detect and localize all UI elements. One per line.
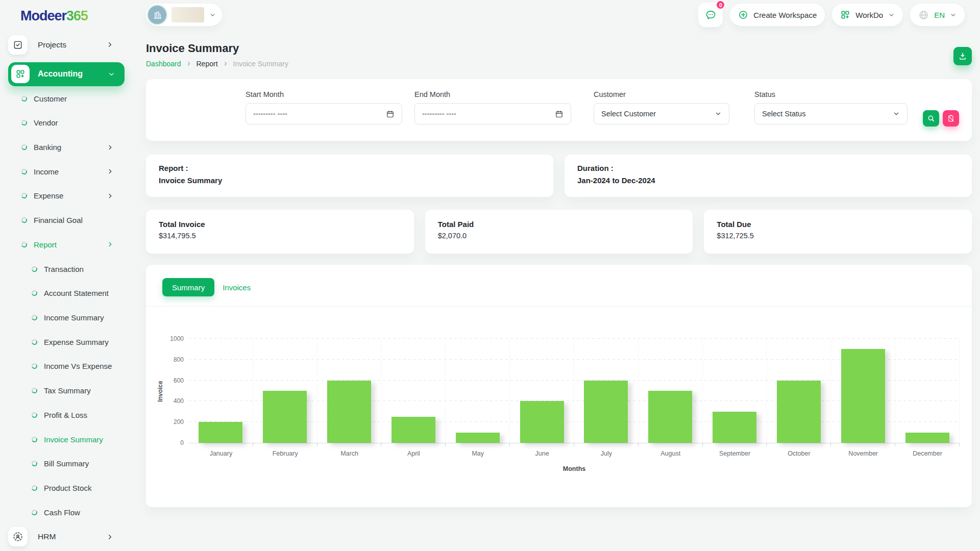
breadcrumb-dashboard[interactable]: Dashboard — [146, 60, 181, 68]
sidebar: Modeer365 Projects Accounting Customer V… — [0, 0, 133, 551]
sidebar-item-income-summary[interactable]: Income Summary — [0, 306, 133, 330]
total-invoice-value: $314,795.5 — [159, 232, 401, 240]
sidebar-item-expense[interactable]: Expense — [0, 184, 133, 208]
report-label: Report : — [159, 164, 541, 172]
y-tick-label: 800 — [162, 356, 184, 363]
brand-logo-365: 365 — [66, 8, 88, 23]
grid-plus-icon — [11, 65, 30, 83]
calendar-icon[interactable] — [386, 110, 395, 118]
breadcrumb-report[interactable]: Report — [197, 60, 218, 68]
sidebar-item-tax-summary[interactable]: Tax Summary — [0, 379, 133, 403]
x-tick-label: July — [574, 450, 639, 457]
chevron-down-icon — [893, 110, 900, 117]
x-tick-label: November — [831, 450, 895, 457]
create-workspace-button[interactable]: Create Workspace — [730, 4, 825, 26]
bar-may — [456, 433, 500, 443]
tab-invoices[interactable]: Invoices — [223, 283, 251, 292]
chevron-right-icon — [107, 168, 114, 175]
sidebar-item-income-vs-expense[interactable]: Income Vs Expense — [0, 354, 133, 379]
bar-march — [327, 381, 371, 443]
total-due-card: Total Due $312,725.5 — [704, 210, 972, 254]
customer-label: Customer — [594, 90, 729, 98]
sidebar-item-account-statement[interactable]: Account Statement — [0, 281, 133, 306]
total-paid-value: $2,070.0 — [438, 232, 680, 240]
y-tick-label: 0 — [162, 439, 184, 446]
sidebar-item-transaction[interactable]: Transaction — [0, 257, 133, 281]
bar-june — [520, 401, 564, 443]
sidebar-item-report[interactable]: Report — [0, 233, 133, 257]
sidebar-item-label: Accounting — [38, 69, 83, 79]
tab-summary[interactable]: Summary — [162, 278, 214, 296]
sidebar-item-invoice-summary[interactable]: Invoice Summary — [0, 427, 133, 452]
sidebar-item-expense-summary[interactable]: Expense Summary — [0, 330, 133, 354]
x-tick-label: January — [189, 450, 253, 457]
bullet-icon — [31, 485, 38, 491]
apply-filter-button[interactable] — [923, 110, 939, 127]
calendar-icon[interactable] — [555, 110, 564, 118]
language-label: EN — [934, 11, 945, 19]
bar-april — [391, 417, 435, 443]
sidebar-item-bill-summary[interactable]: Bill Summary — [0, 452, 133, 476]
main-content: Invoice Summary Dashboard Report Invoice… — [146, 30, 972, 507]
plus-circle-icon — [738, 10, 748, 20]
bullet-icon — [21, 95, 28, 102]
sidebar-item-projects[interactable]: Projects — [0, 34, 133, 56]
messages-button[interactable]: 0 — [698, 3, 723, 27]
bar-october — [777, 381, 821, 443]
bar-january — [199, 422, 242, 443]
start-month-input[interactable]: --------- ---- — [246, 103, 402, 124]
end-month-input[interactable]: --------- ---- — [414, 103, 571, 124]
sidebar-item-banking[interactable]: Banking — [0, 135, 133, 160]
chevron-down-icon — [888, 12, 895, 18]
sidebar-item-cash-flow[interactable]: Cash Flow — [0, 500, 133, 524]
chevron-right-icon — [107, 192, 114, 199]
breadcrumb-current: Invoice Summary — [233, 60, 288, 68]
customer-select[interactable]: Select Customer — [594, 103, 729, 124]
sidebar-item-financial-goal[interactable]: Financial Goal — [0, 208, 133, 233]
x-tick-label: March — [317, 450, 382, 457]
sidebar-item-profit-loss[interactable]: Profit & Loss — [0, 403, 133, 428]
language-selector[interactable]: EN — [910, 4, 965, 26]
bullet-icon — [31, 339, 38, 345]
workdo-label: WorkDo — [855, 11, 883, 19]
chevron-right-icon — [106, 533, 114, 541]
x-tick-label: October — [767, 450, 831, 457]
status-select[interactable]: Select Status — [754, 103, 908, 124]
bullet-icon — [31, 265, 38, 272]
workspace-name-swatch — [172, 7, 204, 22]
sidebar-item-accounting[interactable]: Accounting — [8, 62, 125, 87]
bullet-icon — [31, 290, 38, 296]
x-tick-label: June — [510, 450, 574, 457]
workdo-menu-button[interactable]: WorkDo — [832, 4, 903, 26]
sidebar-item-product-stock[interactable]: Product Stock — [0, 476, 133, 500]
bullet-icon — [21, 119, 28, 126]
chevron-right-icon — [107, 241, 114, 248]
workspace-selector[interactable] — [146, 4, 222, 26]
y-tick-label: 400 — [162, 397, 184, 405]
chevron-right-icon — [107, 144, 114, 151]
sidebar-item-vendor[interactable]: Vendor — [0, 111, 133, 135]
breadcrumb: Dashboard Report Invoice Summary — [146, 60, 288, 68]
chevron-right-icon — [186, 61, 192, 67]
sidebar-item-hrm[interactable]: HRM — [0, 524, 133, 549]
bullet-icon — [21, 192, 28, 199]
bar-november — [841, 349, 885, 443]
bullet-icon — [31, 314, 38, 321]
bullet-icon — [21, 168, 28, 174]
x-axis-title: Months — [189, 465, 960, 472]
bullet-icon — [21, 144, 28, 151]
globe-icon — [918, 10, 929, 20]
sidebar-item-income[interactable]: Income — [0, 159, 133, 184]
chevron-right-icon — [223, 61, 229, 67]
chevron-down-icon — [209, 12, 216, 18]
reset-filter-button[interactable] — [943, 110, 959, 127]
y-axis-title: Invoice — [155, 339, 165, 443]
bullet-icon — [31, 509, 38, 516]
chart-tabs: Summary Invoices — [146, 265, 972, 306]
total-due-value: $312,725.5 — [717, 232, 959, 240]
bar-july — [584, 381, 628, 443]
duration-value: Jan-2024 to Dec-2024 — [577, 176, 959, 185]
download-button[interactable] — [953, 47, 972, 65]
sidebar-item-customer[interactable]: Customer — [0, 86, 133, 111]
bullet-icon — [21, 241, 28, 248]
